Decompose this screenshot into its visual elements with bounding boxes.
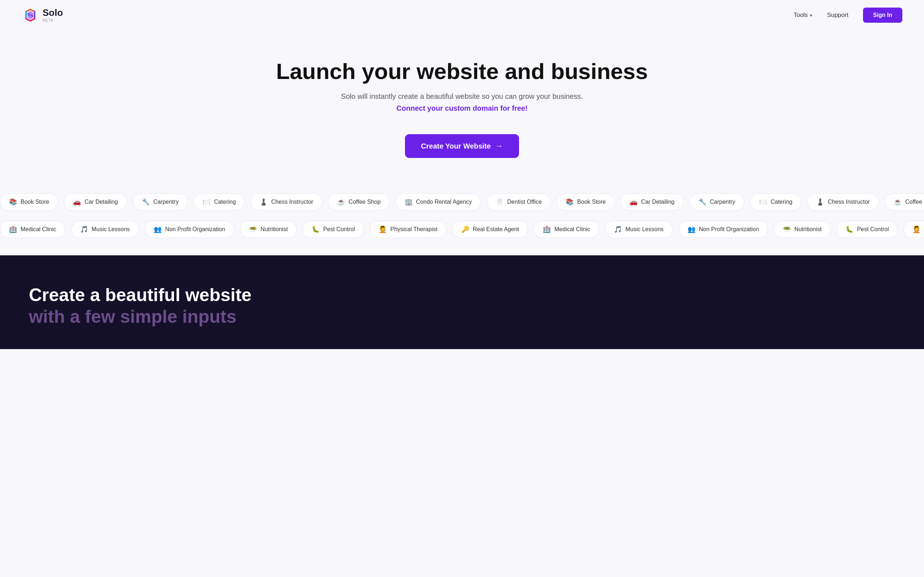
tag-pill[interactable]: ☕Coffee Shop — [885, 193, 924, 211]
tag-pill[interactable]: ♟️Chess Instructor — [250, 193, 322, 211]
tag-icon: 🐛 — [845, 226, 853, 233]
tag-pill[interactable]: 📚Book Store — [557, 193, 615, 211]
tag-label: Dentist Office — [507, 199, 542, 205]
tag-icon: 📚 — [9, 198, 17, 206]
tag-pill[interactable]: 🏢Condo Rental Agency — [396, 193, 481, 211]
tag-icon: 🎵 — [80, 226, 88, 233]
tag-label: Chess Instructor — [828, 199, 869, 205]
support-link[interactable]: Support — [827, 11, 848, 19]
tag-pill[interactable]: 🏥Medical Clinic — [0, 221, 65, 238]
tag-label: Book Store — [577, 199, 606, 205]
tag-pill[interactable]: 🔧Carpentry — [133, 193, 188, 211]
tag-pill[interactable]: 🚗Car Detailing — [620, 193, 683, 211]
tag-pill[interactable]: 🔧Carpentry — [690, 193, 744, 211]
tag-label: Condo Rental Agency — [416, 199, 472, 205]
tag-icon: ♟️ — [816, 198, 824, 206]
logo[interactable]: Solo BETA — [22, 6, 63, 24]
header: Solo BETA Tools ▾ Support Sign In — [0, 0, 924, 30]
tag-pill[interactable]: 🎵Music Lessons — [605, 221, 673, 238]
dark-title: Create a beautiful website — [29, 284, 895, 306]
tag-label: Chess Instructor — [271, 199, 313, 205]
create-website-button[interactable]: Create Your Website → — [405, 134, 519, 158]
hero-subtitle: Solo will instantly create a beautiful w… — [15, 92, 909, 101]
tag-label: Carpentry — [153, 199, 179, 205]
navigation: Tools ▾ Support Sign In — [793, 8, 902, 23]
tag-label: Nutritionist — [795, 226, 822, 233]
tag-label: Music Lessons — [92, 226, 130, 233]
tags-section: 📚Book Store🚗Car Detailing🔧Carpentry🍽️Cat… — [0, 180, 924, 255]
tag-icon: 🍽️ — [202, 198, 210, 206]
tag-icon: 🥗 — [249, 226, 257, 233]
tag-pill[interactable]: 🥗Nutritionist — [240, 221, 297, 238]
tag-icon: 📚 — [565, 198, 573, 206]
tag-pill[interactable]: 💆Physical Therapist — [370, 221, 446, 238]
tools-menu[interactable]: Tools ▾ — [793, 11, 813, 19]
tag-icon: 👥 — [154, 226, 162, 233]
tag-pill[interactable]: 🐛Pest Control — [836, 221, 898, 238]
tag-icon: 🎵 — [614, 226, 622, 233]
tags-row-2: 🏥Medical Clinic🎵Music Lessons👥Non Profit… — [0, 218, 924, 241]
tag-label: Carpentry — [710, 199, 735, 205]
dark-section: Create a beautiful website with a few si… — [0, 255, 924, 349]
tag-label: Non Profit Organization — [165, 226, 225, 233]
tag-label: Music Lessons — [625, 226, 664, 233]
hero-link[interactable]: Connect your custom domain for free! — [15, 104, 909, 113]
tag-label: Car Detailing — [641, 199, 674, 205]
solo-logo-icon — [22, 6, 39, 24]
tag-icon: ☕ — [337, 198, 345, 206]
tag-pill[interactable]: 👥Non Profit Organization — [145, 221, 234, 238]
logo-text: Solo BETA — [43, 8, 63, 23]
tag-pill[interactable]: 🍽️Catering — [750, 193, 801, 211]
tag-label: Catering — [771, 199, 792, 205]
tag-pill[interactable]: 🚗Car Detailing — [64, 193, 127, 211]
tag-icon: 💆 — [913, 226, 921, 233]
tag-icon: ☕ — [894, 198, 901, 206]
tag-label: Catering — [214, 199, 236, 205]
tag-icon: 🍽️ — [759, 198, 767, 206]
tag-pill[interactable]: 🔑Real Estate Agent — [452, 221, 528, 238]
chevron-down-icon: ▾ — [810, 13, 813, 18]
tag-label: Medical Clinic — [554, 226, 590, 233]
tag-label: Medical Clinic — [21, 226, 56, 233]
tag-label: Coffee Shop — [349, 199, 381, 205]
tag-label: Book Store — [21, 199, 49, 205]
tag-pill[interactable]: 🍽️Catering — [194, 193, 245, 211]
arrow-icon: → — [495, 141, 503, 151]
tag-pill[interactable]: ☕Coffee Shop — [328, 193, 390, 211]
tag-icon: 🏢 — [405, 198, 412, 206]
tag-pill[interactable]: 🐛Pest Control — [302, 221, 364, 238]
tag-icon: 🚗 — [630, 198, 637, 206]
sign-in-button[interactable]: Sign In — [863, 8, 902, 23]
tag-icon: 🔑 — [461, 226, 469, 233]
hero-title: Launch your website and business — [15, 59, 909, 84]
tag-label: Nutritionist — [261, 226, 288, 233]
tag-icon: 🔧 — [142, 198, 150, 206]
tag-label: Car Detailing — [84, 199, 118, 205]
dark-subtitle: with a few simple inputs — [29, 306, 895, 327]
tag-icon: 💆 — [379, 226, 386, 233]
tag-pill[interactable]: 🏥Medical Clinic — [534, 221, 599, 238]
tag-label: Coffee Shop — [905, 199, 924, 205]
tag-icon: 🐛 — [312, 226, 320, 233]
tag-pill[interactable]: 🎵Music Lessons — [71, 221, 139, 238]
tag-label: Real Estate Agent — [473, 226, 519, 233]
tag-icon: 🚗 — [73, 198, 81, 206]
tag-label: Non Profit Organization — [699, 226, 759, 233]
hero-section: Launch your website and business Solo wi… — [0, 30, 924, 180]
tag-pill[interactable]: 🥗Nutritionist — [774, 221, 831, 238]
tag-pill[interactable]: 🦷Dentist Office — [486, 193, 551, 211]
tag-icon: 🔧 — [698, 198, 706, 206]
tag-pill[interactable]: 💆Physical Therapist — [903, 221, 924, 238]
tag-pill[interactable]: ♟️Chess Instructor — [807, 193, 879, 211]
tag-pill[interactable]: 👥Non Profit Organization — [678, 221, 768, 238]
tag-icon: 👥 — [688, 226, 696, 233]
tag-icon: 🦷 — [496, 198, 504, 206]
tag-label: Pest Control — [857, 226, 888, 233]
tag-label: Pest Control — [323, 226, 355, 233]
tag-icon: 🥗 — [783, 226, 791, 233]
tag-label: Physical Therapist — [390, 226, 437, 233]
tag-icon: ♟️ — [260, 198, 267, 206]
tag-icon: 🏥 — [543, 226, 551, 233]
tag-pill[interactable]: 📚Book Store — [0, 193, 58, 211]
tags-row-1: 📚Book Store🚗Car Detailing🔧Carpentry🍽️Cat… — [0, 190, 924, 213]
